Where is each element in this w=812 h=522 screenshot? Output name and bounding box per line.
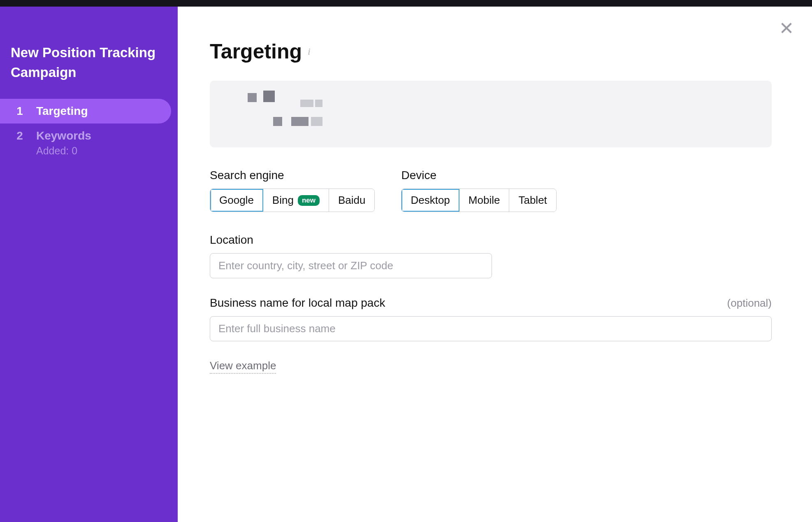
- main-panel: Targeting i Search engine Google Bing: [178, 7, 812, 522]
- sidebar: New Position Tracking Campaign 1 Targeti…: [0, 7, 178, 522]
- new-badge: new: [298, 195, 320, 206]
- device-option-tablet[interactable]: Tablet: [509, 189, 556, 212]
- app-container: New Position Tracking Campaign 1 Targeti…: [0, 0, 812, 522]
- step-sublabel: Added: 0: [36, 145, 91, 157]
- search-engine-segmented: Google Bing new Baidu: [210, 189, 375, 212]
- sidebar-step-targeting[interactable]: 1 Targeting: [0, 99, 171, 124]
- view-example-link[interactable]: View example: [210, 359, 276, 374]
- search-engine-option-google[interactable]: Google: [210, 189, 263, 212]
- location-field: Location: [210, 233, 772, 278]
- search-engine-option-baidu[interactable]: Baidu: [329, 189, 375, 212]
- search-engine-group: Search engine Google Bing new Baidu: [210, 169, 375, 212]
- device-group: Device Desktop Mobile Tablet: [401, 169, 556, 212]
- step-number: 2: [15, 129, 25, 142]
- device-segmented: Desktop Mobile Tablet: [401, 189, 556, 212]
- location-label: Location: [210, 233, 772, 247]
- placeholder-pixel: [300, 100, 313, 107]
- search-engine-option-bing[interactable]: Bing new: [263, 189, 329, 212]
- form-row: Search engine Google Bing new Baidu Devi…: [210, 169, 780, 212]
- sidebar-step-keywords[interactable]: 2 Keywords Added: 0: [0, 124, 178, 163]
- device-label: Device: [401, 169, 556, 182]
- step-number: 1: [15, 105, 25, 118]
- business-field: Business name for local map pack (option…: [210, 296, 772, 341]
- device-option-mobile[interactable]: Mobile: [459, 189, 510, 212]
- business-label: Business name for local map pack: [210, 296, 385, 310]
- placeholder-pixel: [291, 117, 309, 126]
- page-title: Targeting i: [210, 40, 780, 63]
- option-text: Tablet: [518, 194, 547, 207]
- optional-hint: (optional): [727, 297, 772, 310]
- page-title-text: Targeting: [210, 40, 302, 63]
- placeholder-pixel: [263, 91, 275, 102]
- business-label-row: Business name for local map pack (option…: [210, 296, 772, 310]
- close-icon: [780, 21, 793, 35]
- option-text: Desktop: [411, 194, 450, 207]
- option-text: Google: [219, 194, 254, 207]
- placeholder-pixel: [315, 100, 322, 107]
- placeholder-pixel: [248, 93, 257, 102]
- placeholder-pixel: [311, 117, 322, 126]
- top-bar: [0, 0, 812, 7]
- info-icon[interactable]: i: [308, 46, 311, 57]
- option-text: Bing: [272, 194, 294, 207]
- step-label: Keywords: [36, 129, 91, 142]
- search-engine-label: Search engine: [210, 169, 375, 182]
- option-text: Baidu: [338, 194, 366, 207]
- close-button[interactable]: [776, 17, 797, 39]
- sidebar-title: New Position Tracking Campaign: [0, 43, 178, 99]
- business-input[interactable]: [210, 316, 772, 341]
- step-label: Targeting: [36, 105, 88, 118]
- placeholder-pixel: [273, 117, 282, 126]
- location-input[interactable]: [210, 253, 492, 278]
- preview-box: [210, 81, 772, 147]
- option-text: Mobile: [469, 194, 500, 207]
- device-option-desktop[interactable]: Desktop: [401, 189, 459, 212]
